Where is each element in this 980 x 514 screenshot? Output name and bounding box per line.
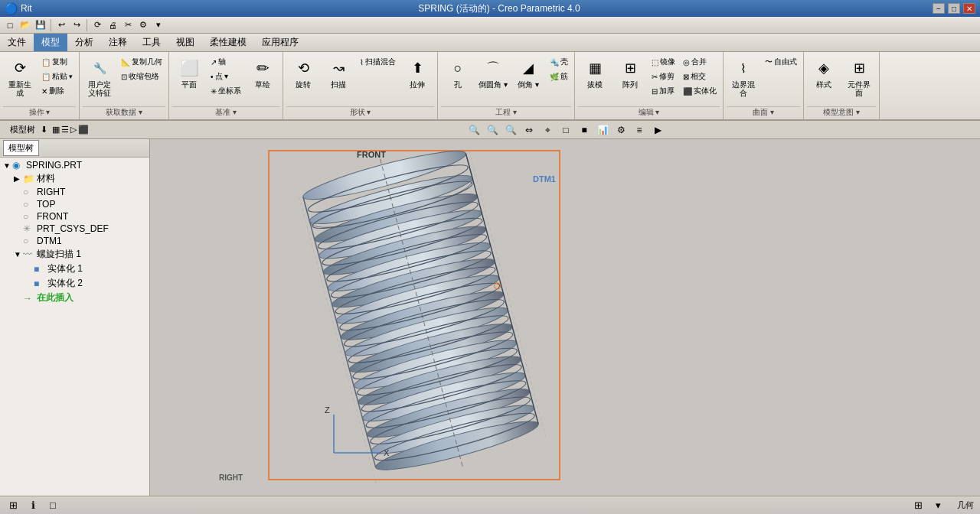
- regenerate-big-button[interactable]: ⟳ 重新生成: [3, 55, 37, 99]
- viewport[interactable]: FRONT DTM1 RIGHT: [150, 139, 980, 496]
- grid-status-icon[interactable]: ⊞: [6, 499, 20, 512]
- shrinkwrap-button[interactable]: ⊡收缩包络: [118, 70, 165, 83]
- model-tree-tab-btn[interactable]: 模型树: [3, 140, 39, 156]
- print-button[interactable]: 🖨: [106, 18, 119, 32]
- redo-button[interactable]: ↪: [70, 18, 83, 32]
- plane-button[interactable]: ⬜ 平面: [172, 55, 206, 91]
- shell-button[interactable]: 🔩壳: [547, 55, 571, 69]
- center-button[interactable]: ⌖: [539, 122, 556, 138]
- csys-button[interactable]: ✳坐标系: [207, 84, 244, 98]
- wireframe-button[interactable]: □: [557, 122, 574, 138]
- zoom-in-button[interactable]: 🔍: [466, 122, 482, 138]
- menu-file[interactable]: 文件: [0, 34, 34, 51]
- pattern-icon: ⊞: [619, 57, 641, 79]
- copy-button[interactable]: 📋复制: [38, 55, 76, 69]
- tree-item-csys[interactable]: ✳ PRT_CSYS_DEF: [0, 223, 149, 235]
- axis-button[interactable]: ↗轴: [207, 55, 244, 69]
- regenerate-button[interactable]: ⟳: [90, 18, 104, 32]
- user-feature-button[interactable]: 🔧 用户定义特征: [83, 55, 116, 99]
- open-button[interactable]: 📂: [18, 18, 32, 32]
- save-button[interactable]: 💾: [34, 18, 47, 32]
- mirror-button[interactable]: ⬚镜像: [648, 55, 678, 69]
- point-button[interactable]: •点 ▾: [207, 70, 244, 83]
- component-interface-button[interactable]: ⊞ 元件界面: [842, 55, 876, 99]
- refit-button[interactable]: ⇔: [521, 122, 537, 138]
- paste-button[interactable]: 📋粘贴▾: [38, 70, 76, 83]
- expand-spring[interactable]: ▼: [3, 161, 12, 170]
- copy-geom-button[interactable]: 📐复制几何: [118, 55, 165, 69]
- tree-expand-icon[interactable]: ⬛: [78, 125, 89, 135]
- sweep-button[interactable]: ↝ 扫描: [322, 55, 355, 91]
- viewport-dropdown[interactable]: ▾: [931, 499, 945, 512]
- hole-button[interactable]: ○ 孔: [441, 55, 475, 91]
- tree-item-solid2[interactable]: ■ 实体化 2: [0, 276, 149, 291]
- close-button[interactable]: ✕: [963, 3, 975, 14]
- style-button[interactable]: ◈ 样式: [807, 55, 841, 91]
- play-button[interactable]: ▶: [649, 122, 666, 138]
- menu-analysis[interactable]: 分析: [67, 34, 101, 51]
- boundary-blend-button[interactable]: ⌇ 边界混合: [727, 55, 760, 99]
- intersect-button[interactable]: ⊠相交: [680, 70, 720, 83]
- revolve-button[interactable]: ⟲ 旋转: [286, 55, 320, 91]
- menu-flexible-modeling[interactable]: 柔性建模: [202, 34, 254, 51]
- zoom-out-button[interactable]: 🔍: [484, 122, 501, 138]
- tree-item-spring-prt[interactable]: ▼ ◉ SPRING.PRT: [0, 159, 149, 171]
- surface-col: 〜自由式: [762, 55, 800, 69]
- cut-button[interactable]: ✂: [121, 18, 135, 32]
- menu-model[interactable]: 模型: [34, 34, 67, 51]
- tree-options-icon[interactable]: ⬇: [41, 125, 47, 135]
- info-status-icon[interactable]: ℹ: [26, 499, 40, 512]
- paste-dropdown[interactable]: ▾: [69, 73, 73, 80]
- saved-views-button[interactable]: 📊: [594, 122, 611, 138]
- blend-sweep-button[interactable]: ⌇扫描混合: [357, 55, 399, 69]
- ribbon-group-data: 🔧 用户定义特征 📐复制几何 ⊡收缩包络 获取数据 ▾: [80, 52, 169, 119]
- tree-item-right[interactable]: ○ RIGHT: [0, 186, 149, 198]
- sketch-button[interactable]: ✏ 草绘: [246, 55, 279, 91]
- tree-item-front[interactable]: ○ FRONT: [0, 210, 149, 223]
- component-interface-icon: ⊞: [848, 57, 870, 79]
- more-button[interactable]: ▾: [152, 18, 165, 32]
- tree-item-dtm1[interactable]: ○ DTM1: [0, 235, 149, 247]
- trim-button[interactable]: ✂修剪: [648, 70, 678, 83]
- tree-columns-icon[interactable]: ☰: [61, 125, 69, 135]
- expand-materials[interactable]: ▶: [14, 174, 23, 183]
- merge-button[interactable]: ◎合并: [680, 55, 720, 69]
- delete-button[interactable]: ✕删除: [38, 84, 76, 98]
- menu-tools[interactable]: 工具: [135, 34, 168, 51]
- menu-applications[interactable]: 应用程序: [254, 34, 306, 51]
- thicken-label: 加厚: [659, 86, 675, 96]
- pattern-button[interactable]: ⊞ 阵列: [613, 55, 647, 91]
- shaded-button[interactable]: ■: [576, 122, 593, 138]
- chamfer-button[interactable]: ◢ 倒角 ▾: [511, 55, 545, 91]
- tree-search-icon[interactable]: ▷: [70, 125, 77, 135]
- menu-annotation[interactable]: 注释: [101, 34, 135, 51]
- solidify-button[interactable]: ⬛实体化: [680, 84, 720, 98]
- view-settings-button[interactable]: ⚙: [612, 122, 629, 138]
- viewport-mode-icon[interactable]: ⊞: [911, 499, 925, 512]
- layers-button[interactable]: ≡: [631, 122, 648, 138]
- minimize-button[interactable]: −: [933, 3, 945, 14]
- model-tree-tab[interactable]: 模型树: [6, 122, 39, 137]
- undo-button[interactable]: ↩: [54, 18, 68, 32]
- copy-geom-label: 复制几何: [132, 57, 162, 67]
- tree-filter-icon[interactable]: ▦: [52, 125, 60, 135]
- rib-button[interactable]: 🌿筋: [547, 70, 571, 83]
- tree-item-helical[interactable]: ▼ 〰 螺旋扫描 1: [0, 247, 149, 262]
- menu-view[interactable]: 视图: [168, 34, 202, 51]
- tree-item-materials[interactable]: ▶ 📁 材料: [0, 171, 149, 186]
- tree-item-insert-here[interactable]: → 在此插入: [0, 291, 149, 305]
- draft-button[interactable]: ▦ 拔模: [578, 55, 612, 91]
- zoom-fit-button[interactable]: 🔍: [502, 122, 519, 138]
- settings-button[interactable]: ⚙: [136, 18, 150, 32]
- new-button[interactable]: □: [3, 18, 17, 32]
- thicken-button[interactable]: ⊟加厚: [648, 84, 678, 98]
- freestyle-button[interactable]: 〜自由式: [762, 55, 800, 69]
- tree-item-top[interactable]: ○ TOP: [0, 198, 149, 210]
- expand-helical[interactable]: ▼: [14, 250, 23, 259]
- solidify-label: 实体化: [694, 86, 717, 96]
- maximize-button[interactable]: □: [948, 3, 960, 14]
- window-status-icon[interactable]: □: [46, 499, 60, 512]
- extrude-button[interactable]: ⬆ 拉伸: [400, 55, 434, 91]
- round-button[interactable]: ⌒ 倒圆角 ▾: [476, 55, 510, 91]
- tree-item-solid1[interactable]: ■ 实体化 1: [0, 262, 149, 276]
